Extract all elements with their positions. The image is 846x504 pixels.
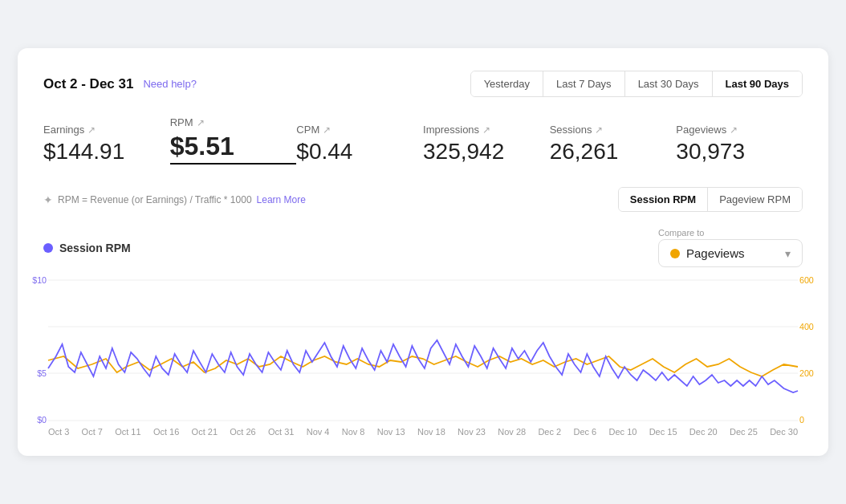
date-range: Oct 2 - Dec 31 Need help? (43, 76, 197, 92)
svg-text:$0: $0 (37, 415, 47, 425)
pageviews-trend-icon: ↗ (730, 124, 738, 136)
metric-pageviews: Pageviews ↗ 30,973 (676, 124, 803, 165)
x-label-oct16: Oct 16 (153, 427, 179, 437)
view-toggle: Session RPM Pageview RPM (618, 187, 803, 212)
pageviews-value: 30,973 (676, 139, 803, 165)
impressions-trend-icon: ↗ (482, 124, 490, 136)
rpm-formula-row: ✦ RPM = Revenue (or Earnings) / Traffic … (43, 181, 803, 212)
need-help-link[interactable]: Need help? (143, 78, 197, 90)
compare-label: Compare to (658, 228, 803, 238)
cpm-label: CPM (296, 124, 319, 136)
chart-header: Session RPM Compare to Pageviews ▾ (43, 228, 803, 267)
x-label-oct3: Oct 3 (48, 427, 69, 437)
impressions-value: 325,942 (423, 139, 550, 165)
chart-wrapper: $10 $5 $0 600 400 200 0 Oct 3 Oct 7 Oct … (48, 280, 798, 437)
x-label-dec6: Dec 6 (573, 427, 596, 437)
svg-text:0: 0 (799, 415, 804, 425)
legend-primary-label: Session RPM (59, 242, 131, 254)
rpm-formula-text: RPM = Revenue (or Earnings) / Traffic * … (58, 194, 252, 205)
rpm-formula: ✦ RPM = Revenue (or Earnings) / Traffic … (43, 193, 306, 206)
view-btn-session-rpm[interactable]: Session RPM (619, 188, 708, 211)
period-buttons: Yesterday Last 7 Days Last 30 Days Last … (470, 71, 803, 97)
pageviews-label: Pageviews (676, 124, 726, 136)
metric-earnings: Earnings ↗ $144.91 (43, 124, 170, 165)
x-label-oct21: Oct 21 (192, 427, 218, 437)
period-btn-90days[interactable]: Last 90 Days (713, 71, 803, 96)
x-label-nov18: Nov 18 (417, 427, 445, 437)
x-label-nov8: Nov 8 (342, 427, 365, 437)
svg-text:200: 200 (799, 368, 814, 378)
chart-svg: $10 $5 $0 600 400 200 0 (48, 280, 798, 421)
sessions-label: Sessions (550, 124, 592, 136)
svg-text:$10: $10 (32, 275, 47, 285)
sessions-value: 26,261 (550, 139, 677, 165)
rpm-label: RPM (170, 116, 193, 128)
rpm-value: $5.51 (170, 132, 297, 165)
date-range-text: Oct 2 - Dec 31 (43, 76, 133, 92)
x-label-dec30: Dec 30 (770, 427, 798, 437)
earnings-trend-icon: ↗ (87, 124, 96, 136)
view-btn-pageview-rpm[interactable]: Pageview RPM (708, 188, 802, 211)
compare-select-inner: Pageviews (670, 246, 745, 260)
cpm-trend-icon: ↗ (323, 124, 331, 136)
metric-impressions: Impressions ↗ 325,942 (423, 124, 550, 165)
x-label-nov4: Nov 4 (307, 427, 330, 437)
x-label-dec2: Dec 2 (538, 427, 561, 437)
x-label-oct7: Oct 7 (82, 427, 103, 437)
main-card: Oct 2 - Dec 31 Need help? Yesterday Last… (18, 48, 828, 456)
x-label-nov28: Nov 28 (498, 427, 526, 437)
x-label-dec20: Dec 20 (689, 427, 718, 437)
metrics-row: Earnings ↗ $144.91 RPM ↗ $5.51 CPM ↗ $0.… (43, 116, 803, 165)
compare-select-box[interactable]: Pageviews ▾ (658, 239, 803, 267)
x-label-oct26: Oct 26 (230, 427, 255, 437)
x-label-nov23: Nov 23 (458, 427, 486, 437)
session-rpm-line (48, 340, 798, 392)
earnings-value: $144.91 (43, 139, 170, 165)
metric-sessions: Sessions ↗ 26,261 (550, 124, 677, 165)
x-label-nov13: Nov 13 (377, 427, 405, 437)
x-label-dec15: Dec 15 (649, 427, 677, 437)
x-label-dec10: Dec 10 (609, 427, 637, 437)
period-btn-yesterday[interactable]: Yesterday (471, 71, 543, 96)
compare-dropdown: Compare to Pageviews ▾ (658, 228, 803, 267)
x-label-oct11: Oct 11 (115, 427, 140, 437)
compare-selected-text: Pageviews (686, 246, 745, 260)
metric-cpm: CPM ↗ $0.44 (296, 124, 423, 165)
sessions-trend-icon: ↗ (595, 124, 603, 136)
secondary-legend-dot (670, 249, 680, 258)
learn-more-link[interactable]: Learn More (257, 194, 306, 205)
x-label-dec25: Dec 25 (730, 427, 758, 437)
metric-rpm: RPM ↗ $5.51 (170, 116, 297, 165)
primary-legend-dot (43, 243, 53, 253)
x-axis: Oct 3 Oct 7 Oct 11 Oct 16 Oct 21 Oct 26 … (48, 427, 798, 437)
svg-text:400: 400 (799, 322, 814, 331)
period-btn-30days[interactable]: Last 30 Days (625, 71, 713, 96)
gear-icon: ✦ (43, 193, 53, 206)
impressions-label: Impressions (423, 124, 479, 136)
period-btn-7days[interactable]: Last 7 Days (543, 71, 625, 96)
legend-primary: Session RPM (43, 242, 131, 254)
rpm-trend-icon: ↗ (197, 117, 205, 128)
svg-text:$5: $5 (37, 368, 47, 378)
chevron-down-icon: ▾ (785, 247, 791, 260)
earnings-label: Earnings (43, 124, 84, 136)
svg-text:600: 600 (799, 275, 814, 285)
cpm-value: $0.44 (296, 139, 423, 165)
x-label-oct31: Oct 31 (268, 427, 294, 437)
header-row: Oct 2 - Dec 31 Need help? Yesterday Last… (43, 71, 803, 97)
